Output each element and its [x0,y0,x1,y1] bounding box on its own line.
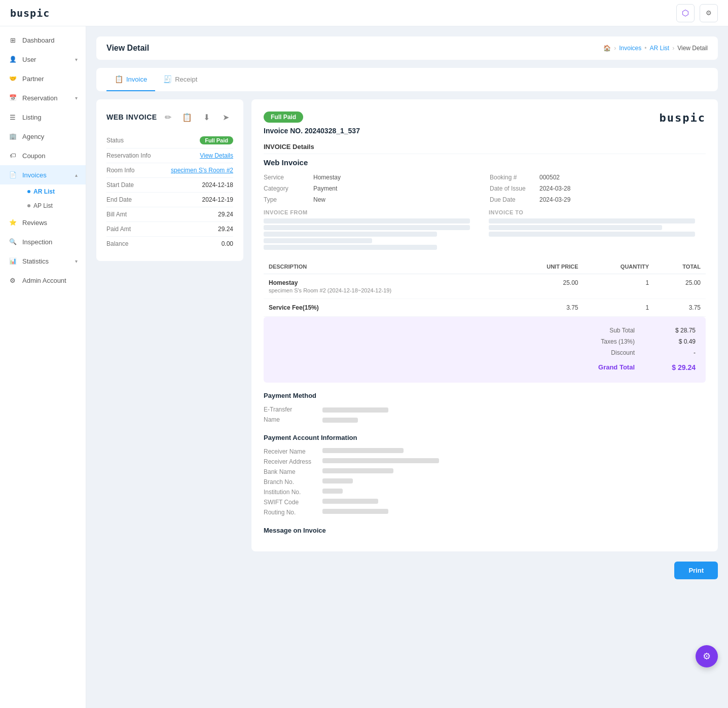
table-cell-total: 25.00 [654,274,706,299]
payment-key-institution-no: Institution No. [264,489,314,496]
section-title-invoice-details: INVOICE Details [264,143,706,154]
detail-key-due-date: Due Date [490,196,535,203]
detail-val-booking: 000502 [539,174,560,181]
invoice-to-label: INVOICE TO [489,209,706,215]
discount-value: - [665,349,696,356]
invoice-tab-icon: 📋 [115,75,123,83]
table-cell-unit-price: 3.75 [507,299,584,317]
tabs-bar: 📋 Invoice 🧾 Receipt [96,68,718,91]
print-button[interactable]: Print [674,562,718,579]
download-button[interactable]: ⬇ [199,109,214,125]
network-button[interactable]: ⬡ [676,4,695,22]
invoice-field-status: Status Full Paid [106,133,233,148]
payment-account-title: Payment Account Information [264,434,706,441]
end-date-value: 2024-12-19 [202,196,233,203]
detail-key-service: Service [264,174,309,181]
paid-amt-value: 29.24 [218,226,233,233]
message-section: Message on Invoice [264,527,706,534]
reviews-icon [8,218,17,227]
tab-receipt[interactable]: 🧾 Receipt [155,68,205,91]
sidebar-item-listing[interactable]: Listing [0,107,86,127]
payment-row-swift-code: SWIFT Code [264,497,706,507]
grand-total-label: Grand Total [584,363,635,371]
detail-row-category: Category Payment [264,184,480,193]
sidebar-item-agency[interactable]: Agency [0,127,86,146]
payment-val-name [322,416,358,423]
sidebar-item-statistics[interactable]: Statistics ▾ [0,251,86,271]
edit-button[interactable]: ✏ [160,109,175,125]
inspection-icon [8,237,17,246]
chevron-down-icon: ▾ [75,258,78,264]
detail-row-issue-date: Date of Issue 2024-03-28 [490,184,706,193]
sidebar-item-label: Invoices [22,171,70,179]
sidebar-item-inspection[interactable]: Inspection [0,232,86,251]
tab-invoice[interactable]: 📋 Invoice [106,68,155,91]
sub-item-label: AR List [33,188,55,195]
payment-key-name: Name [264,416,314,423]
sidebar-item-reservation[interactable]: Reservation ▾ [0,88,86,107]
sidebar-item-label: User [22,56,70,63]
detail-row-due-date: Due Date 2024-03-29 [490,195,706,204]
sidebar-sub-invoices: AR List AP List [0,184,86,213]
table-cell-quantity: 1 [584,274,654,299]
detail-key-category: Category [264,185,309,192]
from-phone-blurred [264,238,372,243]
sidebar-item-dashboard[interactable]: Dashboard [0,30,86,50]
invoice-status-area: Full Paid Invoice NO. 20240328_1_537 [264,111,360,135]
detail-key-type: Type [264,196,309,203]
field-label-bill-amt: Bill Amt [106,211,127,218]
listing-icon [8,113,17,122]
sidebar-item-invoices[interactable]: Invoices ▴ [0,165,86,184]
send-button[interactable]: ➤ [218,109,233,125]
sub-item-label: AP List [33,202,53,209]
field-label-start-date: Start Date [106,181,134,189]
message-title: Message on Invoice [264,527,706,534]
item-sub: specimen S's Room #2 (2024-12-18~2024-12… [269,287,502,293]
payment-row-receiver-name: Receiver Name [264,446,706,457]
invoice-field-start-date: Start Date 2024-12-18 [106,178,233,193]
sidebar-sub-item-ap-list[interactable]: AP List [22,199,86,213]
breadcrumb-ar-list[interactable]: AR List [650,45,670,52]
breadcrumb-invoices[interactable]: Invoices [619,45,641,52]
sidebar-item-coupon[interactable]: Coupon [0,146,86,165]
sidebar-item-label: Inspection [22,238,78,246]
to-name-blurred [489,218,695,223]
top-bar: buspic ⬡ ⚙ [0,0,728,26]
sidebar-item-admin[interactable]: Admin Account [0,271,86,290]
sidebar-item-reviews[interactable]: Reviews [0,213,86,232]
payment-key-bank-name: Bank Name [264,468,314,475]
table-header-total: TOTAL [654,259,706,274]
payment-key-receiver-addr: Receiver Address [264,458,314,465]
grand-total-value: $ 29.24 [665,363,696,371]
table-row: Homestay specimen S's Room #2 (2024-12-1… [264,274,706,299]
table-cell-unit-price: 25.00 [507,274,584,299]
copy-button[interactable]: 📋 [179,109,195,125]
sidebar-item-partner[interactable]: Partner [0,69,86,88]
reservation-info-link[interactable]: View Details [200,152,233,159]
detail-key-booking: Booking # [490,174,535,181]
sidebar-item-label: Agency [22,133,78,140]
payment-row-institution-no: Institution No. [264,487,706,497]
home-icon[interactable]: 🏠 [603,45,611,52]
print-section: Print [251,562,718,584]
main-layout: Dashboard User ▾ Partner Reservation ▾ [0,26,728,708]
field-label-paid-amt: Paid Amt [106,226,131,233]
payment-key-routing-no: Routing No. [264,509,314,516]
totals-section: Sub Total $ 28.75 Taxes (13%) $ 0.49 Dis… [264,317,706,383]
payment-row-routing-no: Routing No. [264,507,706,517]
floating-settings-button[interactable]: ⚙ [696,645,718,667]
invoice-field-reservation: Reservation Info View Details [106,148,233,163]
floating-gear-icon: ⚙ [703,651,711,662]
sidebar-item-label: Statistics [22,257,70,265]
settings-button[interactable]: ⚙ [700,4,718,22]
room-info-link[interactable]: specimen S's Room #2 [171,167,233,174]
statistics-icon [8,256,17,266]
chevron-down-icon: ▾ [75,57,78,62]
sidebar-sub-item-ar-list[interactable]: AR List [22,184,86,199]
from-name-blurred [264,218,470,223]
table-header-unit-price: UNIT PRICE [507,259,584,274]
table-header-description: DESCRIPTION [264,259,507,274]
page-header: View Detail 🏠 › Invoices • AR List › Vie… [96,36,718,60]
total-row-taxes: Taxes (13%) $ 0.49 [274,336,696,347]
sidebar-item-user[interactable]: User ▾ [0,50,86,69]
